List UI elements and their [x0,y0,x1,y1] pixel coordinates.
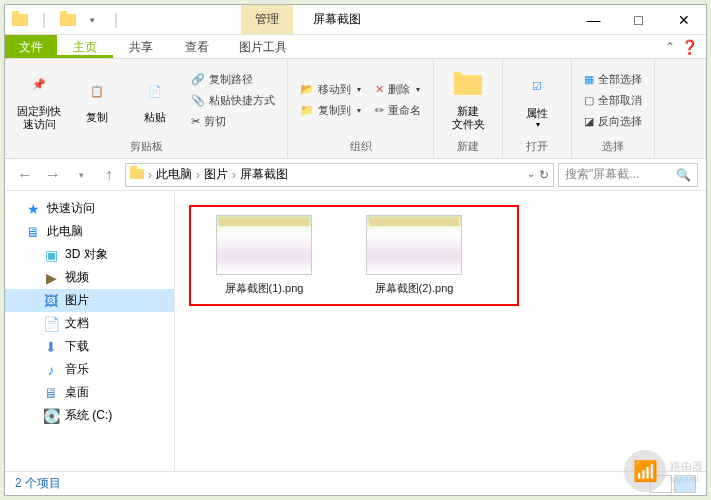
highlight-box: 屏幕截图(1).png 屏幕截图(2).png [189,205,519,306]
move-icon: 📂 [300,83,314,96]
home-tab[interactable]: 主页 [57,35,113,58]
folder-icon [130,168,144,182]
folder-icon[interactable] [57,9,79,31]
watermark: 📶 路由器 luyouqi [624,450,703,492]
sidebar-item[interactable]: 💽系统 (C:) [5,404,174,427]
copy-icon: 📋 [81,75,113,107]
forward-button[interactable]: → [41,163,65,187]
selectnone-icon: ▢ [584,94,594,107]
refresh-icon[interactable]: ↻ [539,168,549,182]
copyto-icon: 📁 [300,104,314,117]
sidebar-item-icon: 🖥 [25,224,41,240]
clipboard-group-label: 剪贴板 [13,139,279,154]
copy-to-button[interactable]: 📁复制到▾ [296,101,365,120]
search-placeholder: 搜索"屏幕截... [565,166,639,183]
select-all-button[interactable]: ▦全部选择 [580,70,646,89]
breadcrumb-screenshots[interactable]: 屏幕截图 [240,166,288,183]
sidebar-item-label: 此电脑 [47,223,83,240]
thumbnail-icon [216,215,312,275]
file-item[interactable]: 屏幕截图(1).png [199,215,329,296]
chevron-right-icon[interactable]: › [232,168,236,182]
sidebar-item-label: 下载 [65,338,89,355]
chevron-right-icon[interactable]: › [196,168,200,182]
sidebar-item[interactable]: ▣3D 对象 [5,243,174,266]
new-folder-button[interactable]: 新建 文件夹 [442,63,494,137]
breadcrumb-pictures[interactable]: 图片 [204,166,228,183]
organize-group-label: 组织 [296,139,425,154]
rename-icon: ✏ [375,104,384,117]
folder-icon[interactable] [9,9,31,31]
invert-icon: ◪ [584,115,594,128]
collapse-ribbon-icon[interactable]: ⌃ [665,40,675,54]
delete-button[interactable]: ✕删除▾ [371,80,425,99]
shortcut-icon: 📎 [191,94,205,107]
file-name: 屏幕截图(2).png [375,281,454,296]
window-title: 屏幕截图 [313,11,361,28]
thumbnail-icon [366,215,462,275]
search-icon: 🔍 [676,168,691,182]
sidebar-item-label: 3D 对象 [65,246,108,263]
sidebar-item[interactable]: 🖥此电脑 [5,220,174,243]
breadcrumb-dropdown-icon[interactable]: ⌄ [527,168,535,182]
sidebar-item-icon: 💽 [43,408,59,424]
sidebar-item-label: 音乐 [65,361,89,378]
status-bar: 2 个项目 [5,471,706,495]
ribbon-tabs: 文件 主页 共享 查看 图片工具 ⌃ ❓ [5,35,706,59]
pin-to-quick-access-button[interactable]: 📌 固定到快 速访问 [13,63,65,137]
file-name: 屏幕截图(1).png [225,281,304,296]
sidebar-item-icon: ▣ [43,247,59,263]
view-tab[interactable]: 查看 [169,35,225,58]
file-list-pane[interactable]: 屏幕截图(1).png 屏幕截图(2).png [175,191,706,471]
maximize-button[interactable]: □ [616,5,661,35]
quick-access-toolbar: | ▾ | [5,9,131,31]
file-tab[interactable]: 文件 [5,35,57,58]
up-button[interactable]: ↑ [97,163,121,187]
pin-icon: 📌 [23,69,55,101]
delete-icon: ✕ [375,83,384,96]
breadcrumb-this-pc[interactable]: 此电脑 [156,166,192,183]
search-input[interactable]: 搜索"屏幕截... 🔍 [558,163,698,187]
invert-selection-button[interactable]: ◪反向选择 [580,112,646,131]
chevron-right-icon[interactable]: › [148,168,152,182]
file-item[interactable]: 屏幕截图(2).png [349,215,479,296]
navigation-pane: ★快速访问🖥此电脑▣3D 对象▶视频🖼图片📄文档⬇下载♪音乐🖥桌面💽系统 (C:… [5,191,175,471]
properties-button[interactable]: ☑ 属性▾ [511,63,563,137]
rename-button[interactable]: ✏重命名 [371,101,425,120]
back-button[interactable]: ← [13,163,37,187]
breadcrumb[interactable]: › 此电脑 › 图片 › 屏幕截图 ⌄ ↻ [125,163,554,187]
new-folder-icon [452,69,484,101]
history-dropdown[interactable]: ▾ [69,163,93,187]
help-icon[interactable]: ❓ [681,39,698,55]
sidebar-item[interactable]: ♪音乐 [5,358,174,381]
minimize-button[interactable]: — [571,5,616,35]
ribbon: 📌 固定到快 速访问 📋 复制 📄 粘贴 🔗复制路径 📎粘贴快捷方式 ✂剪切 [5,59,706,159]
cut-button[interactable]: ✂剪切 [187,112,279,131]
sidebar-item[interactable]: ⬇下载 [5,335,174,358]
sidebar-item[interactable]: 🖼图片 [5,289,174,312]
sidebar-item-label: 系统 (C:) [65,407,112,424]
copy-path-button[interactable]: 🔗复制路径 [187,70,279,89]
paste-icon: 📄 [139,75,171,107]
sidebar-item-icon: ★ [25,201,41,217]
paste-shortcut-button[interactable]: 📎粘贴快捷方式 [187,91,279,110]
qat-dropdown-icon[interactable]: ▾ [81,9,103,31]
paste-button[interactable]: 📄 粘贴 [129,63,181,137]
select-none-button[interactable]: ▢全部取消 [580,91,646,110]
sidebar-item[interactable]: ★快速访问 [5,197,174,220]
open-group-label: 打开 [511,139,563,154]
move-to-button[interactable]: 📂移动到▾ [296,80,365,99]
contextual-tab-group: 管理 [241,5,293,34]
copy-button[interactable]: 📋 复制 [71,63,123,137]
new-group-label: 新建 [442,139,494,154]
share-tab[interactable]: 共享 [113,35,169,58]
sidebar-item[interactable]: 🖥桌面 [5,381,174,404]
qat-sep: | [33,9,55,31]
sidebar-item[interactable]: ▶视频 [5,266,174,289]
sidebar-item-label: 视频 [65,269,89,286]
picture-tools-tab[interactable]: 图片工具 [225,35,301,58]
sidebar-item-label: 文档 [65,315,89,332]
close-button[interactable]: ✕ [661,5,706,35]
sidebar-item-label: 快速访问 [47,200,95,217]
qat-sep: | [105,9,127,31]
sidebar-item[interactable]: 📄文档 [5,312,174,335]
